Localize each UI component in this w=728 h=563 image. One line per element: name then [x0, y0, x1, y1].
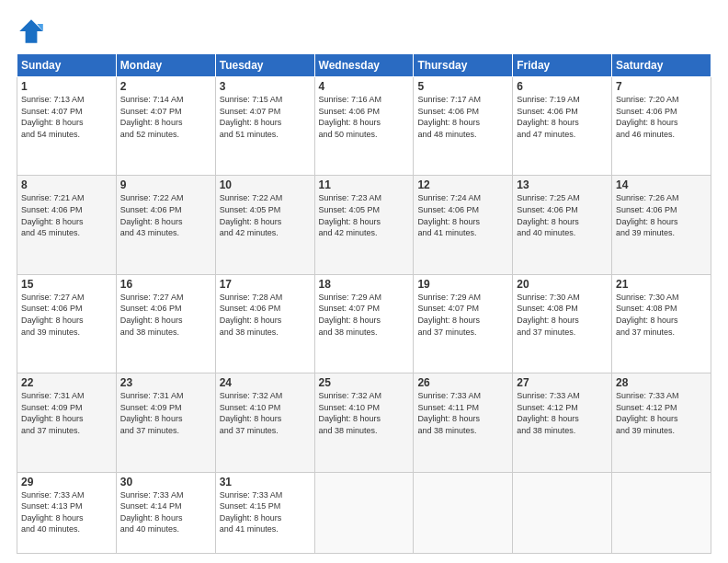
day-info: Sunrise: 7:33 AMSunset: 4:11 PMDaylight:… [417, 390, 508, 436]
calendar-week-1: 1Sunrise: 7:13 AMSunset: 4:07 PMDaylight… [17, 77, 711, 176]
header-row: SundayMondayTuesdayWednesdayThursdayFrid… [17, 54, 711, 77]
day-info: Sunrise: 7:23 AMSunset: 4:05 PMDaylight:… [319, 192, 410, 238]
day-number: 12 [417, 178, 508, 191]
day-info: Sunrise: 7:31 AMSunset: 4:09 PMDaylight:… [120, 390, 211, 436]
day-number: 13 [517, 178, 608, 191]
calendar-cell: 4Sunrise: 7:16 AMSunset: 4:06 PMDaylight… [314, 77, 414, 176]
day-number: 2 [120, 80, 211, 93]
day-number: 17 [220, 278, 311, 291]
logo-icon [17, 17, 46, 46]
day-number: 23 [120, 376, 211, 389]
calendar-cell: 21Sunrise: 7:30 AMSunset: 4:08 PMDayligh… [612, 274, 711, 373]
calendar-cell: 29Sunrise: 7:33 AMSunset: 4:13 PMDayligh… [17, 472, 117, 553]
day-number: 10 [220, 178, 311, 191]
calendar-cell: 24Sunrise: 7:32 AMSunset: 4:10 PMDayligh… [215, 373, 314, 472]
calendar-cell: 9Sunrise: 7:22 AMSunset: 4:06 PMDaylight… [116, 176, 215, 274]
calendar-cell: 22Sunrise: 7:31 AMSunset: 4:09 PMDayligh… [17, 373, 117, 472]
svg-marker-0 [19, 19, 43, 43]
calendar-cell: 27Sunrise: 7:33 AMSunset: 4:12 PMDayligh… [513, 373, 612, 472]
day-number: 3 [220, 80, 311, 93]
day-info: Sunrise: 7:20 AMSunset: 4:06 PMDaylight:… [616, 94, 707, 140]
calendar-cell: 20Sunrise: 7:30 AMSunset: 4:08 PMDayligh… [513, 274, 612, 373]
day-number: 28 [616, 376, 707, 389]
day-info: Sunrise: 7:27 AMSunset: 4:06 PMDaylight:… [120, 292, 211, 338]
calendar-week-5: 29Sunrise: 7:33 AMSunset: 4:13 PMDayligh… [17, 472, 711, 553]
day-info: Sunrise: 7:29 AMSunset: 4:07 PMDaylight:… [319, 292, 410, 338]
day-info: Sunrise: 7:31 AMSunset: 4:09 PMDaylight:… [21, 390, 112, 436]
day-number: 19 [417, 278, 508, 291]
day-number: 31 [220, 476, 311, 488]
day-info: Sunrise: 7:27 AMSunset: 4:06 PMDaylight:… [21, 292, 112, 338]
day-number: 7 [616, 80, 707, 93]
day-number: 4 [319, 80, 410, 93]
day-number: 24 [220, 376, 311, 389]
day-info: Sunrise: 7:33 AMSunset: 4:12 PMDaylight:… [616, 390, 707, 436]
calendar-cell: 16Sunrise: 7:27 AMSunset: 4:06 PMDayligh… [116, 274, 215, 373]
day-info: Sunrise: 7:33 AMSunset: 4:15 PMDaylight:… [220, 489, 311, 535]
day-number: 5 [417, 80, 508, 93]
day-info: Sunrise: 7:19 AMSunset: 4:06 PMDaylight:… [517, 94, 608, 140]
calendar-cell: 10Sunrise: 7:22 AMSunset: 4:05 PMDayligh… [215, 176, 314, 274]
day-number: 29 [21, 476, 112, 488]
calendar-cell: 30Sunrise: 7:33 AMSunset: 4:14 PMDayligh… [116, 472, 215, 553]
weekday-header-sunday: Sunday [17, 54, 117, 77]
calendar-cell: 28Sunrise: 7:33 AMSunset: 4:12 PMDayligh… [612, 373, 711, 472]
day-info: Sunrise: 7:17 AMSunset: 4:06 PMDaylight:… [417, 94, 508, 140]
calendar-cell: 2Sunrise: 7:14 AMSunset: 4:07 PMDaylight… [116, 77, 215, 176]
day-number: 14 [616, 178, 707, 191]
calendar-cell: 19Sunrise: 7:29 AMSunset: 4:07 PMDayligh… [414, 274, 513, 373]
day-number: 30 [120, 476, 211, 488]
calendar-cell: 25Sunrise: 7:32 AMSunset: 4:10 PMDayligh… [314, 373, 414, 472]
day-number: 21 [616, 278, 707, 291]
day-number: 15 [21, 278, 112, 291]
calendar-cell: 15Sunrise: 7:27 AMSunset: 4:06 PMDayligh… [17, 274, 117, 373]
top-section [17, 17, 711, 46]
day-info: Sunrise: 7:14 AMSunset: 4:07 PMDaylight:… [120, 94, 211, 140]
calendar-week-3: 15Sunrise: 7:27 AMSunset: 4:06 PMDayligh… [17, 274, 711, 373]
day-number: 16 [120, 278, 211, 291]
day-info: Sunrise: 7:33 AMSunset: 4:13 PMDaylight:… [21, 489, 112, 535]
day-info: Sunrise: 7:28 AMSunset: 4:06 PMDaylight:… [220, 292, 311, 338]
day-info: Sunrise: 7:16 AMSunset: 4:06 PMDaylight:… [319, 94, 410, 140]
day-number: 6 [517, 80, 608, 93]
calendar-cell: 6Sunrise: 7:19 AMSunset: 4:06 PMDaylight… [513, 77, 612, 176]
calendar-week-2: 8Sunrise: 7:21 AMSunset: 4:06 PMDaylight… [17, 176, 711, 274]
calendar-cell: 31Sunrise: 7:33 AMSunset: 4:15 PMDayligh… [215, 472, 314, 553]
calendar-cell: 14Sunrise: 7:26 AMSunset: 4:06 PMDayligh… [612, 176, 711, 274]
calendar-week-4: 22Sunrise: 7:31 AMSunset: 4:09 PMDayligh… [17, 373, 711, 472]
day-info: Sunrise: 7:30 AMSunset: 4:08 PMDaylight:… [517, 292, 608, 338]
day-number: 26 [417, 376, 508, 389]
weekday-header-monday: Monday [116, 54, 215, 77]
calendar-cell [414, 472, 513, 553]
calendar-cell: 23Sunrise: 7:31 AMSunset: 4:09 PMDayligh… [116, 373, 215, 472]
day-info: Sunrise: 7:25 AMSunset: 4:06 PMDaylight:… [517, 192, 608, 238]
calendar-cell [513, 472, 612, 553]
weekday-header-wednesday: Wednesday [314, 54, 414, 77]
day-info: Sunrise: 7:33 AMSunset: 4:14 PMDaylight:… [120, 489, 211, 535]
weekday-header-saturday: Saturday [612, 54, 711, 77]
page: SundayMondayTuesdayWednesdayThursdayFrid… [0, 0, 728, 563]
day-number: 27 [517, 376, 608, 389]
calendar-cell: 12Sunrise: 7:24 AMSunset: 4:06 PMDayligh… [414, 176, 513, 274]
day-number: 11 [319, 178, 410, 191]
day-info: Sunrise: 7:21 AMSunset: 4:06 PMDaylight:… [21, 192, 112, 238]
day-info: Sunrise: 7:30 AMSunset: 4:08 PMDaylight:… [616, 292, 707, 338]
logo [17, 17, 51, 46]
day-number: 8 [21, 178, 112, 191]
calendar-cell: 26Sunrise: 7:33 AMSunset: 4:11 PMDayligh… [414, 373, 513, 472]
day-info: Sunrise: 7:32 AMSunset: 4:10 PMDaylight:… [220, 390, 311, 436]
weekday-header-friday: Friday [513, 54, 612, 77]
calendar-cell: 18Sunrise: 7:29 AMSunset: 4:07 PMDayligh… [314, 274, 414, 373]
calendar-cell: 1Sunrise: 7:13 AMSunset: 4:07 PMDaylight… [17, 77, 117, 176]
day-info: Sunrise: 7:15 AMSunset: 4:07 PMDaylight:… [220, 94, 311, 140]
day-info: Sunrise: 7:13 AMSunset: 4:07 PMDaylight:… [21, 94, 112, 140]
day-number: 9 [120, 178, 211, 191]
weekday-header-thursday: Thursday [414, 54, 513, 77]
calendar-cell: 13Sunrise: 7:25 AMSunset: 4:06 PMDayligh… [513, 176, 612, 274]
day-info: Sunrise: 7:24 AMSunset: 4:06 PMDaylight:… [417, 192, 508, 238]
day-number: 22 [21, 376, 112, 389]
calendar: SundayMondayTuesdayWednesdayThursdayFrid… [17, 53, 711, 554]
day-info: Sunrise: 7:32 AMSunset: 4:10 PMDaylight:… [319, 390, 410, 436]
calendar-cell: 17Sunrise: 7:28 AMSunset: 4:06 PMDayligh… [215, 274, 314, 373]
calendar-cell: 7Sunrise: 7:20 AMSunset: 4:06 PMDaylight… [612, 77, 711, 176]
